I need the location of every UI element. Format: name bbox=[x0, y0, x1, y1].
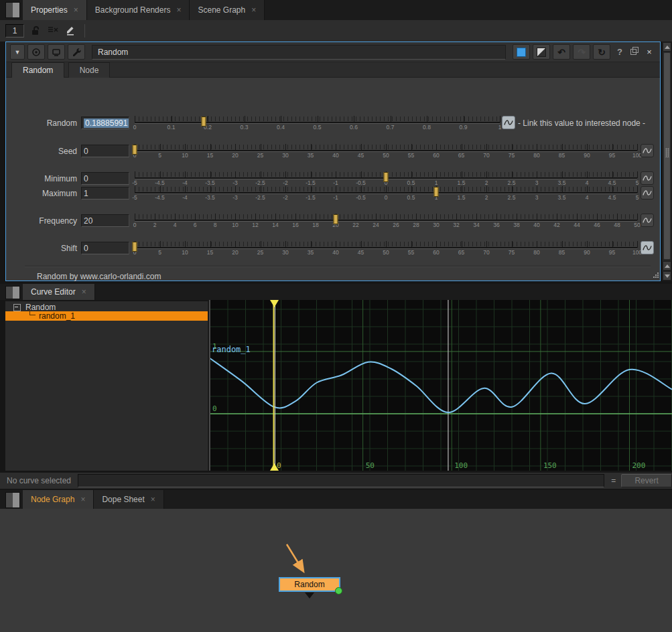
seed-value-field[interactable]: 0 bbox=[81, 145, 129, 157]
slider-major-tick bbox=[612, 241, 613, 248]
node-graph-canvas[interactable] bbox=[0, 509, 672, 632]
slider-major-tick bbox=[512, 186, 513, 193]
slider-tick-label: 44 bbox=[574, 222, 580, 228]
revert-button[interactable]: Revert bbox=[621, 474, 672, 487]
slider-major-tick bbox=[185, 144, 186, 151]
frequency-slider[interactable]: 0246810121416182022242628303234363840424… bbox=[135, 213, 637, 230]
edit-pencil-icon[interactable] bbox=[64, 24, 76, 38]
scroll-up-button[interactable] bbox=[663, 42, 671, 52]
row-seed: Seed 0 051015202530354045505560657075808… bbox=[6, 143, 660, 161]
scrollbar-thumb[interactable] bbox=[663, 52, 671, 260]
slider-tick-label: 4 bbox=[586, 194, 589, 201]
slider-major-tick bbox=[210, 171, 211, 178]
vertical-scrollbar[interactable] bbox=[662, 42, 672, 281]
animation-curve-button[interactable] bbox=[641, 186, 654, 200]
slider-handle[interactable] bbox=[133, 145, 137, 155]
tab-dope-sheet[interactable]: Dope Sheet × bbox=[94, 490, 163, 509]
slider-major-tick bbox=[517, 214, 517, 220]
slider-handle[interactable] bbox=[434, 187, 439, 197]
maximum-slider[interactable]: -5-4.5-4-3.5-3-2.5-2-1.5-1-0.500.511.522… bbox=[135, 185, 637, 203]
animation-curve-button[interactable] bbox=[641, 171, 654, 185]
scroll-down-button[interactable] bbox=[663, 271, 671, 281]
curve-chart[interactable]: 05010015020010random_1 bbox=[210, 300, 672, 471]
random-slider[interactable]: 00.10.20.30.40.50.60.70.80.91 bbox=[135, 115, 500, 133]
node-output-connector[interactable] bbox=[305, 592, 314, 599]
tab-curve-editor[interactable]: Curve Editor × bbox=[23, 284, 95, 300]
close-icon[interactable]: × bbox=[151, 495, 155, 503]
animation-curve-button[interactable] bbox=[641, 144, 654, 157]
pane-menu-button[interactable] bbox=[5, 2, 20, 18]
slider-tick-label: 70 bbox=[483, 249, 489, 256]
slider-tick-label: 3 bbox=[535, 194, 539, 201]
tab-properties[interactable]: Properties × bbox=[23, 0, 87, 20]
random-value-field[interactable]: 0.18885991 bbox=[81, 116, 129, 129]
slider-major-tick bbox=[235, 186, 236, 193]
refresh-button[interactable]: ↻ bbox=[593, 44, 610, 60]
shift-value-field[interactable]: 0 bbox=[81, 242, 129, 254]
seed-slider[interactable]: 0510152025303540455055606570758085909510… bbox=[135, 143, 637, 161]
slider-tick-label: 35 bbox=[308, 249, 314, 256]
slider-tick-label: 50 bbox=[634, 222, 640, 228]
scroll-up-button-2[interactable] bbox=[663, 261, 671, 270]
close-icon[interactable]: × bbox=[74, 6, 78, 14]
tab-background-renders[interactable]: Background Renders × bbox=[87, 0, 190, 20]
slider-major-tick bbox=[361, 186, 362, 193]
collapse-expander-icon[interactable] bbox=[13, 304, 21, 311]
slider-major-tick bbox=[195, 214, 196, 220]
frequency-value-field[interactable]: 20 bbox=[81, 214, 129, 227]
slider-major-tick bbox=[135, 186, 135, 193]
tree-item-random[interactable]: Random bbox=[5, 303, 208, 312]
animation-curve-button[interactable] bbox=[641, 214, 654, 227]
slider-handle[interactable] bbox=[384, 172, 389, 182]
resize-grip[interactable] bbox=[652, 272, 659, 279]
curve-editor-plot[interactable]: 05010015020010random_1 bbox=[209, 300, 672, 471]
tab-node-graph[interactable]: Node Graph × bbox=[23, 490, 94, 509]
pane-menu-button[interactable] bbox=[5, 286, 20, 299]
slider-tick-label: -4 bbox=[182, 194, 188, 201]
slider-handle[interactable] bbox=[201, 116, 206, 127]
close-icon[interactable]: × bbox=[251, 6, 256, 14]
slider-tick-label: 10 bbox=[182, 249, 188, 256]
close-icon[interactable]: × bbox=[82, 288, 86, 296]
slider-tick-label: 45 bbox=[358, 249, 364, 256]
param-label: Maximum bbox=[6, 185, 77, 202]
gl-color-swatch-button[interactable] bbox=[533, 44, 550, 60]
tab-node[interactable]: Node bbox=[68, 62, 111, 78]
pane-menu-button[interactable] bbox=[5, 492, 20, 508]
slider-major-tick bbox=[416, 214, 417, 220]
shift-slider[interactable]: 0510152025303540455055606570758085909510… bbox=[135, 240, 637, 258]
close-panel-button[interactable]: × bbox=[643, 47, 656, 57]
slider-handle[interactable] bbox=[334, 214, 338, 224]
redo-button[interactable]: ↷ bbox=[573, 44, 590, 60]
slider-tick-label: 40 bbox=[332, 152, 338, 159]
slider-major-tick bbox=[562, 144, 563, 151]
monitor-icon[interactable] bbox=[48, 44, 65, 60]
node-title-field[interactable]: Random bbox=[92, 45, 506, 60]
float-panel-icon[interactable] bbox=[629, 46, 640, 58]
slider-handle[interactable] bbox=[133, 242, 137, 252]
random-node[interactable]: Random bbox=[279, 577, 340, 592]
tab-scene-graph[interactable]: Scene Graph × bbox=[190, 0, 265, 20]
close-all-panels-icon[interactable] bbox=[47, 24, 59, 38]
tab-random[interactable]: Random bbox=[11, 62, 64, 78]
slider-tick-label: 30 bbox=[282, 249, 288, 256]
panel-count-field[interactable]: 1 bbox=[5, 24, 24, 37]
collapse-triangle-button[interactable]: ▼ bbox=[10, 44, 25, 60]
close-icon[interactable]: × bbox=[80, 495, 85, 503]
close-icon[interactable]: × bbox=[176, 6, 181, 14]
minimum-value-field[interactable]: 0 bbox=[81, 172, 129, 185]
focus-node-icon[interactable] bbox=[27, 44, 45, 60]
maximum-value-field[interactable]: 1 bbox=[81, 187, 129, 200]
color-swatch-button[interactable] bbox=[513, 44, 530, 60]
wrench-icon[interactable] bbox=[68, 44, 85, 60]
slider-major-tick bbox=[462, 171, 462, 178]
lock-panels-icon[interactable] bbox=[29, 24, 42, 38]
animation-curve-button[interactable] bbox=[502, 116, 515, 129]
animation-curve-button[interactable] bbox=[641, 241, 654, 254]
help-button[interactable]: ? bbox=[613, 47, 626, 57]
slider-major-tick bbox=[160, 144, 161, 151]
tree-item-random-1[interactable]: random_1 bbox=[5, 311, 208, 321]
undo-button[interactable]: ↶ bbox=[553, 44, 570, 60]
slider-major-tick bbox=[612, 171, 613, 178]
expression-input[interactable] bbox=[78, 474, 604, 487]
